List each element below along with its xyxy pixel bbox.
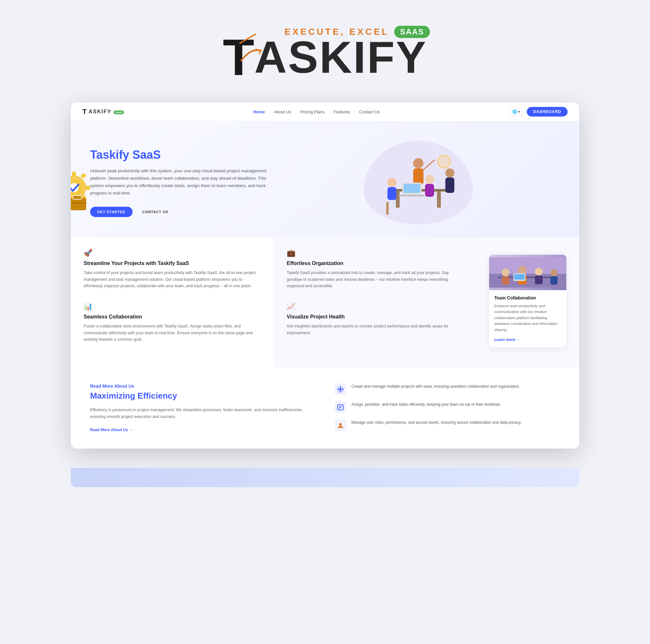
svg-point-38	[535, 268, 543, 275]
features-col-3: Team Collaboration Enhance team producti…	[476, 237, 579, 367]
svg-rect-5	[85, 186, 90, 190]
visualize-icon: 📈	[287, 302, 463, 311]
svg-rect-7	[80, 173, 86, 179]
users-icon	[335, 419, 346, 431]
svg-point-28	[445, 168, 454, 177]
nav-link-home[interactable]: Home	[253, 109, 265, 114]
nav-logo: T ASKIFY SaaS	[82, 107, 124, 116]
svg-point-18	[388, 178, 396, 187]
team-card-image	[489, 255, 566, 290]
language-selector[interactable]: 🌐 ▾	[509, 108, 523, 115]
about-desc: Efficiency is paramount in project manag…	[90, 407, 315, 420]
svg-rect-3	[72, 172, 76, 176]
svg-rect-12	[73, 196, 82, 199]
hero-left: Taskify SaaS Unleash peak productivity w…	[90, 148, 277, 217]
hero-title: Taskify SaaS	[90, 148, 277, 162]
svg-rect-43	[514, 274, 525, 279]
feature-visualize: 📈 Visualize Project Health Get insightfu…	[287, 302, 463, 336]
svg-point-34	[502, 269, 509, 276]
about-subtitle: Read More About Us	[90, 383, 315, 388]
team-illustration-svg	[370, 144, 467, 221]
hero-buttons: GET STARTED CONTACT US	[90, 207, 277, 217]
features-section: 🚀 Streamline Your Projects with Taskify …	[71, 237, 579, 367]
features-col-1: 🚀 Streamline Your Projects with Taskify …	[71, 237, 274, 367]
team-card-desc: Enhance team productivity and communicat…	[494, 303, 561, 333]
contact-us-button[interactable]: CONTACT US	[137, 207, 174, 217]
svg-rect-26	[403, 184, 420, 193]
logo-container: EXECUTE, EXCEL SaaS T ASKIFY	[220, 26, 430, 83]
streamline-icon: 🚀	[84, 249, 261, 257]
dashboard-button[interactable]: DASHBOARD	[527, 107, 568, 116]
svg-rect-17	[386, 202, 389, 215]
about-feature-projects-text: Create and manage multiple projects with…	[351, 383, 520, 389]
organization-desc: Taskify SaaS provides a centralized hub …	[287, 270, 463, 290]
visualize-title: Visualize Project Health	[287, 314, 463, 320]
about-section: Read More About Us Maximizing Efficiency…	[71, 367, 579, 448]
nav-link-pricing[interactable]: Pricing Plans	[300, 109, 325, 114]
svg-rect-11	[71, 198, 86, 210]
svg-point-20	[413, 158, 424, 168]
streamline-desc: Take control of your projects and boost …	[84, 270, 261, 290]
projects-icon	[335, 383, 346, 395]
svg-point-49	[342, 388, 344, 390]
svg-point-40	[550, 269, 557, 276]
svg-rect-27	[399, 195, 425, 196]
about-read-more-link[interactable]: Read More About Us	[90, 428, 133, 432]
learn-more-link[interactable]: Learn more	[494, 337, 520, 342]
svg-rect-13	[71, 203, 86, 204]
svg-point-46	[340, 386, 341, 387]
about-feature-tasks: Assign, prioritize, and track tasks effi…	[335, 402, 560, 413]
nav-link-contact[interactable]: Contact Us	[359, 109, 380, 114]
collaboration-title: Seamless Collaboration	[84, 314, 261, 320]
organization-title: Effortless Organization	[287, 261, 463, 266]
navbar: T ASKIFY SaaS Home About Us Pricing Plan…	[71, 102, 579, 122]
svg-rect-21	[413, 168, 424, 184]
svg-line-22	[424, 160, 434, 170]
feature-organization: 💼 Effortless Organization Taskify SaaS p…	[287, 249, 463, 290]
svg-rect-24	[425, 184, 434, 197]
hero-illustration	[364, 141, 473, 225]
nav-links: Home About Us Pricing Plans Features Con…	[253, 109, 380, 114]
visualize-desc: Get insightful dashboards and reports to…	[287, 323, 463, 336]
logo-brand-name: ASKIFY	[254, 35, 427, 80]
nav-logo-t: T	[82, 107, 86, 116]
team-card-title: Team Collaboration	[494, 295, 561, 300]
logo-main: T ASKIFY	[223, 32, 427, 83]
nav-logo-text: ASKIFY	[88, 109, 111, 114]
hero-logo-section: EXECUTE, EXCEL SaaS T ASKIFY	[0, 13, 650, 102]
svg-point-44	[339, 388, 342, 391]
hero-section: Taskify SaaS Unleash peak productivity w…	[71, 122, 579, 237]
collaboration-desc: Foster a collaborative work environment …	[84, 323, 261, 343]
about-left: Read More About Us Maximizing Efficiency…	[90, 383, 315, 433]
tasks-icon	[335, 402, 346, 413]
team-card-body: Team Collaboration Enhance team producti…	[489, 290, 566, 347]
about-feature-projects: Create and manage multiple projects with…	[335, 383, 560, 395]
feature-streamline: 🚀 Streamline Your Projects with Taskify …	[84, 249, 261, 290]
team-collaboration-card: Team Collaboration Enhance team producti…	[489, 255, 566, 347]
nav-right: 🌐 ▾ DASHBOARD	[509, 107, 568, 116]
svg-rect-39	[535, 275, 543, 284]
nav-link-about[interactable]: About Us	[274, 109, 291, 114]
hero-right	[277, 141, 560, 225]
svg-rect-41	[550, 276, 557, 285]
browser-window: T ASKIFY SaaS Home About Us Pricing Plan…	[71, 102, 579, 448]
nav-logo-saas: SaaS	[114, 110, 124, 114]
about-title: Maximizing Efficiency	[90, 391, 315, 402]
svg-rect-16	[437, 192, 441, 208]
gear-decoration	[71, 172, 116, 231]
about-feature-tasks-text: Assign, prioritize, and track tasks effi…	[351, 402, 501, 408]
organization-icon: 💼	[287, 249, 463, 257]
user-icon	[337, 422, 344, 429]
collaboration-icon: 📊	[84, 302, 261, 311]
svg-rect-35	[502, 276, 509, 285]
svg-point-30	[438, 155, 450, 168]
nav-link-features[interactable]: Features	[334, 109, 350, 114]
feature-collaboration: 📊 Seamless Collaboration Foster a collab…	[84, 302, 261, 343]
svg-rect-29	[445, 177, 454, 193]
svg-point-23	[425, 175, 434, 184]
gear-project-icon	[337, 386, 344, 393]
about-feature-users-text: Manage user roles, permissions, and acce…	[351, 419, 521, 426]
hero-description: Unleash peak productivity with this syst…	[90, 167, 277, 197]
svg-point-54	[339, 423, 342, 426]
about-feature-users: Manage user roles, permissions, and acce…	[335, 419, 560, 431]
